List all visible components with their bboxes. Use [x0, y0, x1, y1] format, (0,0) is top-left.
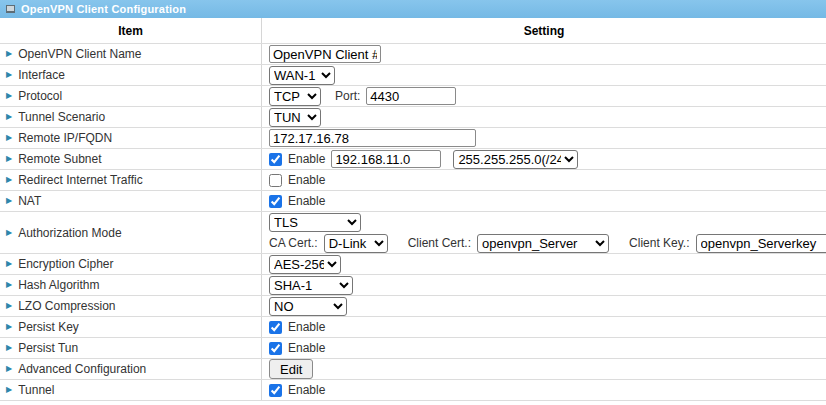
tunnel-enable-label: Enable — [288, 383, 325, 397]
persist-tun-enable-label: Enable — [288, 341, 325, 355]
table-row-persist-tun: ▶Persist Tun Enable — [0, 338, 826, 359]
table-row-remote-ip: ▶Remote IP/FQDN — [0, 128, 826, 149]
ca-cert-label: CA Cert.: — [269, 236, 318, 250]
remote-subnet-enable-checkbox[interactable] — [269, 153, 282, 166]
tunnel-scenario-label: Tunnel Scenario — [18, 110, 105, 124]
column-header-item: Item — [0, 18, 262, 43]
nat-enable-label: Enable — [288, 194, 325, 208]
table-row-protocol: ▶Protocol TCP Port: — [0, 86, 826, 107]
panel-titlebar: OpenVPN Client Configuration — [0, 0, 826, 18]
ca-cert-select[interactable]: D-Link — [324, 234, 388, 253]
remote-subnet-enable-label: Enable — [288, 152, 325, 166]
redirect-traffic-enable-label: Enable — [288, 173, 325, 187]
tunnel-enable-checkbox[interactable] — [269, 384, 282, 397]
protocol-select[interactable]: TCP — [269, 87, 321, 106]
remote-subnet-ip-input[interactable] — [331, 150, 441, 168]
bullet-arrow-icon: ▶ — [6, 323, 12, 331]
encryption-cipher-label: Encryption Cipher — [18, 257, 113, 271]
panel-title: OpenVPN Client Configuration — [21, 3, 186, 15]
bullet-arrow-icon: ▶ — [6, 229, 12, 237]
persist-tun-enable-checkbox[interactable] — [269, 342, 282, 355]
bullet-arrow-icon: ▶ — [6, 344, 12, 352]
table-row-authorization-mode: ▶Authorization Mode TLS CA Cert.: D-Link… — [0, 212, 826, 254]
table-row-interface: ▶Interface WAN-1 — [0, 65, 826, 86]
remote-ip-input[interactable] — [269, 129, 476, 147]
bullet-arrow-icon: ▶ — [6, 365, 12, 373]
lzo-compression-select[interactable]: NO — [269, 297, 347, 316]
remote-subnet-mask-select[interactable]: 255.255.255.0(/24) — [453, 150, 578, 169]
remote-ip-label: Remote IP/FQDN — [18, 131, 112, 145]
bullet-arrow-icon: ▶ — [6, 92, 12, 100]
persist-key-enable-checkbox[interactable] — [269, 321, 282, 334]
remote-subnet-label: Remote Subnet — [18, 152, 101, 166]
bullet-arrow-icon: ▶ — [6, 302, 12, 310]
bullet-arrow-icon: ▶ — [6, 281, 12, 289]
nat-enable-checkbox[interactable] — [269, 195, 282, 208]
bullet-arrow-icon: ▶ — [6, 155, 12, 163]
tunnel-scenario-select[interactable]: TUN — [269, 108, 321, 127]
openvpn-client-config-panel: OpenVPN Client Configuration Item Settin… — [0, 0, 826, 405]
table-row-remote-subnet: ▶Remote Subnet Enable 255.255.255.0(/24) — [0, 149, 826, 170]
edit-button[interactable]: Edit — [269, 359, 313, 379]
hash-algorithm-select[interactable]: SHA-1 — [269, 276, 353, 295]
column-header-setting: Setting — [262, 18, 826, 43]
client-name-label: OpenVPN Client Name — [18, 47, 141, 61]
client-name-input[interactable] — [269, 45, 381, 63]
table-header-row: Item Setting — [0, 18, 826, 44]
persist-key-enable-label: Enable — [288, 320, 325, 334]
persist-tun-label: Persist Tun — [18, 341, 78, 355]
encryption-cipher-select[interactable]: AES-256 — [269, 255, 341, 274]
bullet-arrow-icon: ▶ — [6, 197, 12, 205]
client-cert-label: Client Cert.: — [408, 236, 471, 250]
client-cert-select[interactable]: openvpn_Server — [477, 234, 609, 253]
interface-select[interactable]: WAN-1 — [269, 66, 335, 85]
table-row-advanced-configuration: ▶Advanced Configuration Edit — [0, 359, 826, 380]
client-key-select[interactable]: openvpn_Serverkey — [696, 234, 826, 253]
bullet-arrow-icon: ▶ — [6, 113, 12, 121]
redirect-traffic-label: Redirect Internet Traffic — [18, 173, 143, 187]
tunnel-label: Tunnel — [18, 383, 54, 397]
authorization-mode-select[interactable]: TLS — [269, 213, 361, 232]
authorization-mode-label: Authorization Mode — [18, 226, 121, 240]
bullet-arrow-icon: ▶ — [6, 260, 12, 268]
bullet-arrow-icon: ▶ — [6, 71, 12, 79]
persist-key-label: Persist Key — [18, 320, 79, 334]
lzo-compression-label: LZO Compression — [18, 299, 115, 313]
advanced-configuration-label: Advanced Configuration — [18, 362, 146, 376]
interface-label: Interface — [18, 68, 65, 82]
redirect-traffic-enable-checkbox[interactable] — [269, 174, 282, 187]
bullet-arrow-icon: ▶ — [6, 176, 12, 184]
port-label: Port: — [335, 89, 360, 103]
protocol-label: Protocol — [18, 89, 62, 103]
table-row-redirect-traffic: ▶Redirect Internet Traffic Enable — [0, 170, 826, 191]
window-icon — [6, 5, 15, 13]
table-row-persist-key: ▶Persist Key Enable — [0, 317, 826, 338]
table-row-encryption-cipher: ▶Encryption Cipher AES-256 — [0, 254, 826, 275]
bullet-arrow-icon: ▶ — [6, 50, 12, 58]
table-row-client-name: ▶OpenVPN Client Name — [0, 44, 826, 65]
table-row-hash-algorithm: ▶Hash Algorithm SHA-1 — [0, 275, 826, 296]
table-row-tunnel-scenario: ▶Tunnel Scenario TUN — [0, 107, 826, 128]
nat-label: NAT — [18, 194, 41, 208]
port-input[interactable] — [366, 87, 456, 105]
hash-algorithm-label: Hash Algorithm — [18, 278, 99, 292]
table-row-nat: ▶NAT Enable — [0, 191, 826, 212]
table-row-tunnel: ▶Tunnel Enable — [0, 380, 826, 401]
bullet-arrow-icon: ▶ — [6, 386, 12, 394]
config-table: Item Setting ▶OpenVPN Client Name ▶Inter… — [0, 18, 826, 401]
bullet-arrow-icon: ▶ — [6, 134, 12, 142]
table-row-lzo-compression: ▶LZO Compression NO — [0, 296, 826, 317]
client-key-label: Client Key.: — [629, 236, 689, 250]
